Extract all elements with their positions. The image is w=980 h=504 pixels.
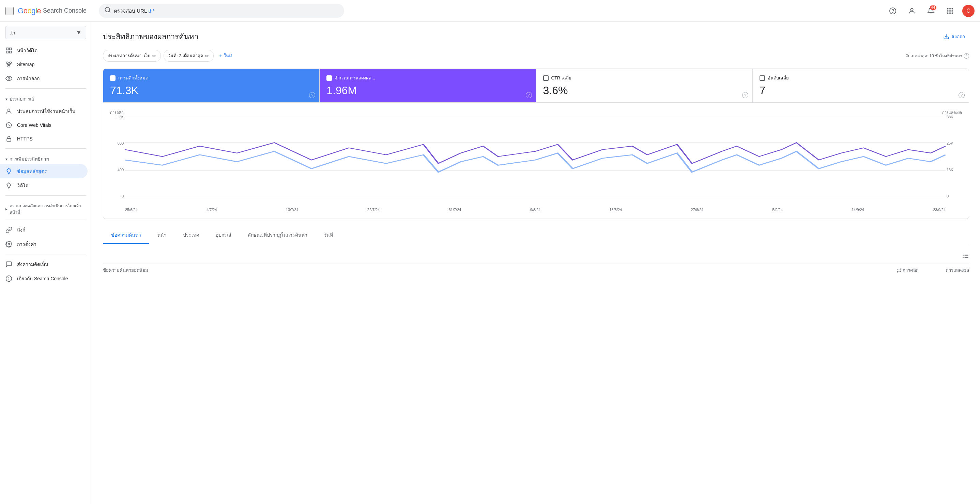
col-clicks[interactable]: การคลิก xyxy=(897,267,919,274)
section-label-prasopkan[interactable]: ▾ ประสบการณ์ xyxy=(0,91,92,104)
sidebar-item-sitemap[interactable]: Sitemap xyxy=(0,57,88,71)
chart-y-label: 400 xyxy=(110,168,124,172)
sidebar-item-label: Sitemap xyxy=(17,62,34,67)
sidebar-item-web-exp[interactable]: ประสบการณ์ใช้งานหน้าเว็บ xyxy=(0,104,88,118)
sidebar-item-video[interactable]: วิดีโอ xyxy=(0,179,88,193)
google-wordmark: Google xyxy=(18,6,41,15)
metric-info-ctr[interactable]: ? xyxy=(742,92,748,98)
chart-x-label: 14/9/24 xyxy=(851,208,864,212)
sidebar-item-structured-data[interactable]: ข้อมูลหลักสูตร xyxy=(0,164,88,179)
metric-value-clicks: 71.3K xyxy=(110,84,312,97)
chart-x-label: 27/8/24 xyxy=(691,208,703,212)
search-bar[interactable]: ตรวจสอบ URL th* xyxy=(99,4,344,18)
metric-info-clicks[interactable]: ? xyxy=(309,92,315,98)
chart-y-label: 800 xyxy=(110,141,124,145)
filter-chip-date[interactable]: วันที่: 3 เดือนล่าสุด ✏ xyxy=(164,50,214,62)
gear-icon xyxy=(5,241,12,247)
add-filter-button[interactable]: + ใหม่ xyxy=(216,50,234,61)
chart-area: การคลิก การแสดงผล 1.2K 800 400 0 38K 25K… xyxy=(103,103,969,219)
svg-point-4 xyxy=(910,8,913,11)
sidebar-item-label: การนำออก xyxy=(17,75,40,82)
metric-info-position[interactable]: ? xyxy=(959,92,965,98)
chart-svg xyxy=(125,115,946,198)
section-title: ความปลอดภัยและการดำเนินการโดยเจ้าหน้าที่ xyxy=(10,203,86,215)
col-impressions[interactable]: การแสดงผล xyxy=(946,267,969,274)
svg-point-25 xyxy=(8,78,10,80)
metric-card-position[interactable]: อันดับเฉลี่ย 7 ? xyxy=(753,69,969,102)
tab-date[interactable]: วันที่ xyxy=(315,227,341,244)
chart-x-label: 5/9/24 xyxy=(772,208,783,212)
sidebar-item-label: HTTPS xyxy=(17,136,33,142)
metric-card-ctr[interactable]: CTR เฉลี่ย 3.6% ? xyxy=(536,69,753,102)
logo[interactable]: Google Search Console xyxy=(18,6,87,15)
sidebar-item-label: วิดีโอ xyxy=(17,182,28,189)
tab-device[interactable]: อุปกรณ์ xyxy=(207,227,240,244)
search-query: th* xyxy=(148,8,154,14)
svg-rect-9 xyxy=(949,10,951,11)
svg-rect-15 xyxy=(10,48,11,50)
lock-icon xyxy=(5,136,12,142)
help-icon: ? xyxy=(964,53,969,59)
sidebar-item-page-video[interactable]: หน้าวิดีโอ xyxy=(0,43,88,57)
svg-rect-8 xyxy=(947,10,949,11)
help-button[interactable] xyxy=(886,4,900,18)
svg-marker-29 xyxy=(7,169,11,174)
sidebar-divider xyxy=(5,195,86,196)
chat-icon xyxy=(5,261,12,268)
user-avatar[interactable]: C xyxy=(962,5,975,17)
sidebar-item-navigation[interactable]: การนำออก xyxy=(0,71,88,86)
svg-rect-12 xyxy=(949,12,951,14)
metric-checkbox-impressions: ✓ xyxy=(326,75,332,81)
metric-info-impressions[interactable]: ? xyxy=(526,92,532,98)
metric-card-impressions[interactable]: ✓ จำนวนการแสดงผล... 1.96M ? xyxy=(320,69,536,102)
export-label: ส่งออก xyxy=(951,33,965,40)
notification-badge: 64 xyxy=(930,5,936,10)
product-name: Search Console xyxy=(43,7,87,14)
col-query[interactable]: ข้อความค้นหายอดนิยม xyxy=(103,267,148,274)
tab-page[interactable]: หน้า xyxy=(149,227,175,244)
search-input[interactable]: ตรวจสอบ URL th* xyxy=(114,7,339,15)
video-icon xyxy=(5,182,12,189)
sidebar-item-label: หน้าวิดีโอ xyxy=(17,47,38,54)
svg-marker-30 xyxy=(7,183,11,188)
layout: .th ▼ หน้าวิดีโอ Sitemap การนำออก ▾ ประส… xyxy=(0,22,980,504)
tab-query[interactable]: ข้อความค้นหา xyxy=(103,227,149,244)
site-selector[interactable]: .th ▼ xyxy=(5,26,86,39)
col-impressions-label: การแสดงผล xyxy=(946,268,969,273)
chart-y-left-labels: 1.2K 800 400 0 xyxy=(110,115,124,198)
svg-rect-7 xyxy=(952,8,953,9)
menu-button[interactable] xyxy=(5,7,14,15)
main-content: ประสิทธิภาพของผลการค้นหา ส่งออก ประเภทกา… xyxy=(92,22,980,504)
section-label-security[interactable]: ▸ ความปลอดภัยและการดำเนินการโดยเจ้าหน้าท… xyxy=(0,198,92,217)
export-button[interactable]: ส่งออก xyxy=(939,30,969,43)
section-title: ประสบการณ์ xyxy=(10,96,34,103)
tab-country[interactable]: ประเทศ xyxy=(175,227,207,244)
filter-list-icon[interactable] xyxy=(962,252,969,261)
account-button[interactable] xyxy=(905,4,919,18)
table-actions xyxy=(103,250,969,263)
svg-rect-14 xyxy=(6,48,8,50)
sidebar-item-links[interactable]: ลิงก์ xyxy=(0,223,88,237)
site-selector-value: .th xyxy=(10,30,76,35)
metric-card-clicks[interactable]: ✓ การคลิกทั้งหมด 71.3K ? xyxy=(103,69,320,102)
notifications-button[interactable]: 64 xyxy=(924,4,938,18)
sidebar-divider xyxy=(5,220,86,220)
section-label-enhance[interactable]: ▾ การเพิ่มประสิทธิภาพ xyxy=(0,152,92,164)
eye-icon xyxy=(5,75,12,82)
metric-value-ctr: 3.6% xyxy=(543,84,746,97)
sidebar-item-label: ประสบการณ์ใช้งานหน้าเว็บ xyxy=(17,107,75,115)
sidebar-item-https[interactable]: HTTPS xyxy=(0,132,88,146)
metric-label-impressions: จำนวนการแสดงผล... xyxy=(335,74,375,81)
sidebar-item-settings[interactable]: การตั้งค่า xyxy=(0,237,88,251)
sidebar-item-core-web-vitals[interactable]: Core Web Vitals xyxy=(0,118,88,132)
filter-chip-type[interactable]: ประเภทการค้นหา: เว็บ ✏ xyxy=(103,50,161,62)
person-icon xyxy=(5,108,12,115)
sidebar-item-feedback[interactable]: ส่งความคิดเห็น xyxy=(0,257,88,271)
sidebar-item-about[interactable]: เกี่ยวกับ Search Console xyxy=(0,271,88,286)
tab-appearance[interactable]: ลักษณะที่ปรากฏในการค้นหา xyxy=(240,227,315,244)
tab-label: วันที่ xyxy=(324,232,333,238)
chart-svg-container xyxy=(125,115,946,198)
apps-button[interactable] xyxy=(943,4,957,18)
metric-checkbox-clicks: ✓ xyxy=(110,75,116,81)
plus-icon: + xyxy=(219,53,222,59)
